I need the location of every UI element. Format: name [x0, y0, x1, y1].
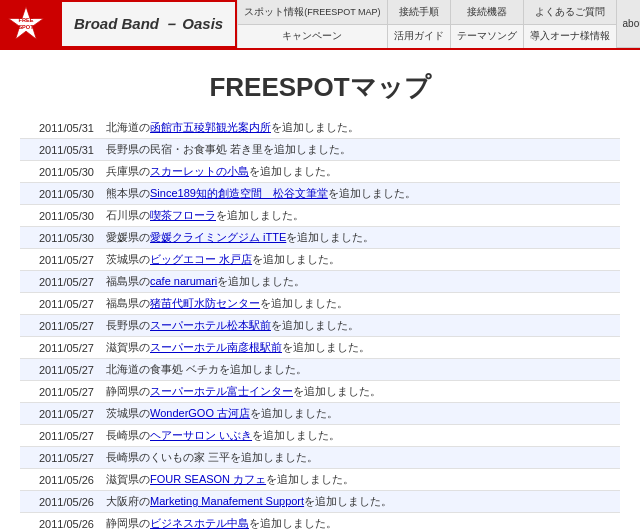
news-tbody: 2011/05/31北海道の函館市五稜郭観光案内所を追加しました。2011/05… — [20, 117, 620, 530]
svg-text:SPOT: SPOT — [18, 24, 34, 30]
date-cell: 2011/05/30 — [20, 227, 100, 249]
nav-col-4: よくあるご質問 導入オーナ様情報 — [524, 0, 617, 48]
news-cell: 北海道の函館市五稜郭観光案内所を追加しました。 — [100, 117, 620, 139]
date-cell: 2011/05/27 — [20, 271, 100, 293]
news-link[interactable]: cafe narumari — [150, 275, 217, 287]
brand-text: Broad Band － Oasis — [74, 15, 223, 34]
news-cell: 静岡県のスーパーホテル富士インターを追加しました。 — [100, 381, 620, 403]
date-cell: 2011/05/27 — [20, 293, 100, 315]
news-cell: 愛媛県の愛媛クライミングジム iTTEを追加しました。 — [100, 227, 620, 249]
table-row: 2011/05/30熊本県のSince189知的創造空間 松谷文筆堂を追加しまし… — [20, 183, 620, 205]
news-link[interactable]: ビッグエコー 水戸店 — [150, 253, 252, 265]
news-cell: 長崎県のヘアーサロン いぶきを追加しました。 — [100, 425, 620, 447]
news-link[interactable]: スーパーホテル富士インター — [150, 385, 293, 397]
date-cell: 2011/05/27 — [20, 359, 100, 381]
news-table: 2011/05/31北海道の函館市五稜郭観光案内所を追加しました。2011/05… — [20, 117, 620, 530]
date-cell: 2011/05/27 — [20, 425, 100, 447]
news-cell: 長野県のスーパーホテル松本駅前を追加しました。 — [100, 315, 620, 337]
news-cell: 長野県の民宿・お食事処 若き里を追加しました。 — [100, 139, 620, 161]
news-link[interactable]: 愛媛クライミングジム iTTE — [150, 231, 286, 243]
table-row: 2011/05/26静岡県のビジネスホテル中島を追加しました。 — [20, 513, 620, 531]
table-row: 2011/05/27茨城県のビッグエコー 水戸店を追加しました。 — [20, 249, 620, 271]
nav-about-top[interactable]: about FREESPOT — [617, 0, 640, 48]
table-row: 2011/05/27茨城県のWonderGOO 古河店を追加しました。 — [20, 403, 620, 425]
table-row: 2011/05/31北海道の函館市五稜郭観光案内所を追加しました。 — [20, 117, 620, 139]
svg-text:FREE: FREE — [19, 17, 34, 23]
date-cell: 2011/05/27 — [20, 403, 100, 425]
news-cell: 長崎県のくいもの家 三平を追加しました。 — [100, 447, 620, 469]
table-row: 2011/05/26大阪府のMarketing Manafement Suppo… — [20, 491, 620, 513]
nav-col-1: スポット情報 (FREESPOT MAP) キャンペーン — [238, 0, 387, 48]
news-link[interactable]: 喫茶フローラ — [150, 209, 216, 221]
news-link[interactable]: FOUR SEASON カフェ — [150, 473, 266, 485]
freespot-logo: FREE SPOT — [6, 4, 46, 44]
nav-device-bottom[interactable]: テーマソング — [451, 25, 523, 49]
logo-area: FREE SPOT — [0, 0, 60, 48]
table-row: 2011/05/27長野県のスーパーホテル松本駅前を追加しました。 — [20, 315, 620, 337]
news-link[interactable]: Since189知的創造空間 松谷文筆堂 — [150, 187, 328, 199]
date-cell: 2011/05/31 — [20, 139, 100, 161]
news-cell: 北海道の食事処 ベチカを追加しました。 — [100, 359, 620, 381]
nav-connect-top[interactable]: 接続手順 — [388, 0, 450, 25]
news-cell: 兵庫県のスカーレットの小島を追加しました。 — [100, 161, 620, 183]
nav-col-3: 接続機器 テーマソング — [451, 0, 524, 48]
date-cell: 2011/05/27 — [20, 381, 100, 403]
nav-faq-bottom[interactable]: 導入オーナ様情報 — [524, 25, 616, 49]
news-link[interactable]: スーパーホテル南彦根駅前 — [150, 341, 282, 353]
news-link[interactable]: スカーレットの小島 — [150, 165, 249, 177]
table-row: 2011/05/30石川県の喫茶フローラを追加しました。 — [20, 205, 620, 227]
table-row: 2011/05/27滋賀県のスーパーホテル南彦根駅前を追加しました。 — [20, 337, 620, 359]
table-row: 2011/05/26滋賀県のFOUR SEASON カフェを追加しました。 — [20, 469, 620, 491]
table-row: 2011/05/27福島県の猪苗代町水防センターを追加しました。 — [20, 293, 620, 315]
nav-spot-bottom[interactable]: キャンペーン — [238, 25, 386, 49]
date-cell: 2011/05/27 — [20, 249, 100, 271]
table-row: 2011/05/27静岡県のスーパーホテル富士インターを追加しました。 — [20, 381, 620, 403]
news-link[interactable]: 函館市五稜郭観光案内所 — [150, 121, 271, 133]
news-cell: 熊本県のSince189知的創造空間 松谷文筆堂を追加しました。 — [100, 183, 620, 205]
date-cell: 2011/05/26 — [20, 469, 100, 491]
nav-device-top[interactable]: 接続機器 — [451, 0, 523, 25]
news-link[interactable]: Marketing Manafement Support — [150, 495, 304, 507]
date-cell: 2011/05/31 — [20, 117, 100, 139]
nav-spot-top[interactable]: スポット情報 (FREESPOT MAP) — [238, 0, 386, 25]
nav-area[interactable]: スポット情報 (FREESPOT MAP) キャンペーン 接続手順 活用ガイド … — [237, 0, 640, 48]
news-link[interactable]: 猪苗代町水防センター — [150, 297, 260, 309]
table-row: 2011/05/27北海道の食事処 ベチカを追加しました。 — [20, 359, 620, 381]
news-cell: 大阪府のMarketing Manafement Supportを追加しました。 — [100, 491, 620, 513]
date-cell: 2011/05/27 — [20, 315, 100, 337]
date-cell: 2011/05/26 — [20, 513, 100, 531]
news-link[interactable]: スーパーホテル松本駅前 — [150, 319, 271, 331]
news-link[interactable]: WonderGOO 古河店 — [150, 407, 250, 419]
nav-connect-bottom[interactable]: 活用ガイド — [388, 25, 450, 49]
page-title: FREESPOTマップ — [20, 70, 620, 105]
nav-col-2: 接続手順 活用ガイド — [388, 0, 451, 48]
date-cell: 2011/05/30 — [20, 183, 100, 205]
news-cell: 滋賀県のスーパーホテル南彦根駅前を追加しました。 — [100, 337, 620, 359]
date-cell: 2011/05/30 — [20, 205, 100, 227]
date-cell: 2011/05/26 — [20, 491, 100, 513]
table-row: 2011/05/31長野県の民宿・お食事処 若き里を追加しました。 — [20, 139, 620, 161]
news-cell: 石川県の喫茶フローラを追加しました。 — [100, 205, 620, 227]
news-cell: 茨城県のビッグエコー 水戸店を追加しました。 — [100, 249, 620, 271]
news-cell: 福島県の猪苗代町水防センターを追加しました。 — [100, 293, 620, 315]
brand-area: Broad Band － Oasis — [60, 0, 237, 48]
news-link[interactable]: ビジネスホテル中島 — [150, 517, 249, 529]
news-cell: 滋賀県のFOUR SEASON カフェを追加しました。 — [100, 469, 620, 491]
table-row: 2011/05/30兵庫県のスカーレットの小島を追加しました。 — [20, 161, 620, 183]
table-row: 2011/05/27長崎県のくいもの家 三平を追加しました。 — [20, 447, 620, 469]
nav-col-5: about FREESPOT — [617, 0, 640, 48]
svg-marker-0 — [8, 6, 43, 39]
header: FREE SPOT Broad Band － Oasis スポット情報 (FRE… — [0, 0, 640, 50]
news-cell: 茨城県のWonderGOO 古河店を追加しました。 — [100, 403, 620, 425]
main-content: FREESPOTマップ 2011/05/31北海道の函館市五稜郭観光案内所を追加… — [0, 50, 640, 530]
news-cell: 福島県のcafe narumariを追加しました。 — [100, 271, 620, 293]
date-cell: 2011/05/27 — [20, 337, 100, 359]
news-link[interactable]: ヘアーサロン いぶき — [150, 429, 252, 441]
news-cell: 静岡県のビジネスホテル中島を追加しました。 — [100, 513, 620, 531]
date-cell: 2011/05/30 — [20, 161, 100, 183]
date-cell: 2011/05/27 — [20, 447, 100, 469]
table-row: 2011/05/27福島県のcafe narumariを追加しました。 — [20, 271, 620, 293]
table-row: 2011/05/27長崎県のヘアーサロン いぶきを追加しました。 — [20, 425, 620, 447]
nav-faq-top[interactable]: よくあるご質問 — [524, 0, 616, 25]
table-row: 2011/05/30愛媛県の愛媛クライミングジム iTTEを追加しました。 — [20, 227, 620, 249]
